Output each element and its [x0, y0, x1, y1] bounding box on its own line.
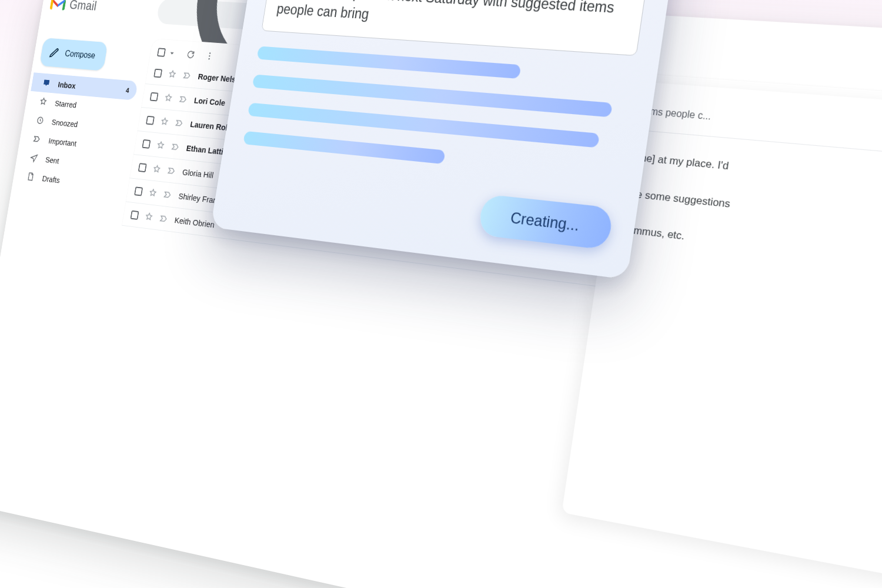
- svg-point-3: [209, 52, 211, 54]
- app-name: Gmail: [69, 0, 98, 14]
- important-icon[interactable]: [167, 165, 177, 176]
- inbox-icon: [42, 78, 51, 88]
- star-icon[interactable]: [148, 188, 158, 198]
- chevron-down-icon: [167, 48, 177, 58]
- compose-body-line: hummus, etc.: [620, 219, 882, 283]
- star-icon: [39, 96, 48, 106]
- star-icon[interactable]: [144, 211, 154, 222]
- creating-button[interactable]: Creating...: [477, 194, 614, 250]
- loading-skeleton-line: [243, 131, 445, 164]
- gmail-logo: Gmail: [49, 0, 98, 14]
- pencil-icon: [48, 46, 59, 59]
- clock-icon: [35, 115, 45, 125]
- star-icon[interactable]: [152, 163, 162, 174]
- select-all-checkbox[interactable]: [157, 47, 177, 58]
- important-icon[interactable]: [178, 94, 188, 105]
- star-icon[interactable]: [163, 92, 173, 103]
- svg-point-5: [208, 58, 210, 60]
- star-icon[interactable]: [156, 140, 166, 151]
- important-icon[interactable]: [159, 213, 169, 223]
- svg-point-4: [209, 55, 211, 57]
- star-icon[interactable]: [159, 116, 169, 127]
- loading-skeleton-line: [257, 46, 521, 79]
- row-checkbox[interactable]: [153, 68, 162, 78]
- row-checkbox[interactable]: [150, 92, 159, 101]
- send-icon: [29, 153, 39, 163]
- gmail-m-icon: [49, 0, 66, 11]
- sender-name: Lori Cole: [193, 95, 226, 107]
- prompt-input[interactable]: an invite to a potluck next Saturday wit…: [261, 0, 647, 56]
- important-icon[interactable]: [182, 70, 192, 81]
- row-checkbox[interactable]: [138, 163, 147, 172]
- row-checkbox[interactable]: [131, 210, 139, 219]
- important-icon[interactable]: [163, 189, 173, 200]
- star-icon[interactable]: [168, 69, 178, 79]
- important-icon: [32, 134, 42, 144]
- draft-icon: [26, 172, 35, 182]
- sender-name: Gloria Hill: [182, 167, 214, 180]
- row-checkbox[interactable]: [134, 186, 143, 196]
- compose-button[interactable]: Compose: [39, 38, 108, 71]
- refresh-icon[interactable]: [186, 49, 196, 60]
- sender-name: Keith Obrien: [174, 215, 215, 229]
- sidebar: Compose Inbox 4 Starred Snoozed Importan…: [12, 32, 148, 198]
- important-icon[interactable]: [175, 118, 185, 128]
- row-checkbox[interactable]: [146, 115, 155, 125]
- perspective-stage: Gmail Search in mail G Compose: [0, 0, 882, 588]
- more-icon[interactable]: [205, 51, 215, 61]
- important-icon[interactable]: [171, 142, 181, 152]
- row-checkbox[interactable]: [142, 139, 151, 148]
